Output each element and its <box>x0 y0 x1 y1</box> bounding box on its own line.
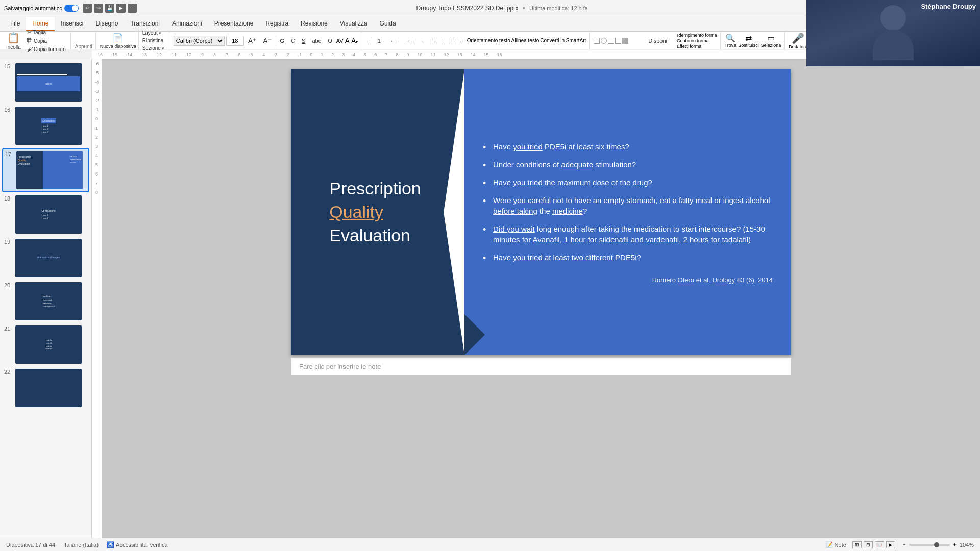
align-right-btn[interactable]: ≡ <box>448 37 456 45</box>
more-icon[interactable]: ⋯ <box>128 4 137 13</box>
orientation-btn[interactable]: Orientamento testo <box>467 38 510 43</box>
slide-thumb-20[interactable]: 20 Handling... • treatment• definition• … <box>2 280 89 322</box>
group-carattere: Calibri (Corpo) A⁺ A⁻ G C S abc O AV A A… <box>170 32 361 49</box>
bold-btn[interactable]: G <box>278 37 287 45</box>
shape-1[interactable] <box>594 38 600 44</box>
effetti-forma-btn[interactable]: Effetti forma <box>677 44 717 49</box>
riempimento-forma-btn[interactable]: Riempimento forma <box>677 33 717 38</box>
justify-btn[interactable]: ≡ <box>457 37 465 45</box>
shape-4[interactable] <box>615 38 621 44</box>
nuova-diapositiva-btn[interactable]: 📄 Nuova diapositiva <box>100 33 136 49</box>
font-increase-btn[interactable]: A⁺ <box>246 36 259 46</box>
tab-review[interactable]: Revisione <box>295 17 334 31</box>
align-center-btn[interactable]: ≡ <box>438 37 447 45</box>
trova-btn[interactable]: Trova <box>725 43 737 48</box>
seleziona-btn[interactable]: Seleziona <box>761 43 781 48</box>
increase-indent-btn[interactable]: →≡ <box>403 37 416 45</box>
shape-2[interactable] <box>601 38 607 44</box>
font-decrease-btn[interactable]: A⁻ <box>260 36 274 46</box>
slideshow-view-btn[interactable]: ▶ <box>886 541 895 548</box>
shape-5[interactable] <box>622 38 628 44</box>
disponi-btn[interactable]: Disponi <box>646 37 670 45</box>
bullet-1: Have you tried PDE5i at least six times? <box>483 141 773 152</box>
tab-record[interactable]: Registra <box>259 17 295 31</box>
citation: Romero Otero et al. Urology 83 (6), 2014 <box>483 276 773 284</box>
tab-transitions[interactable]: Transizioni <box>124 17 166 31</box>
normal-view-btn[interactable]: ⊞ <box>852 541 862 548</box>
numbering-btn[interactable]: 1≡ <box>375 37 387 45</box>
smartart-btn[interactable]: Converti in SmartArt <box>540 38 586 43</box>
copia-formato-btn[interactable]: 🖌Copia formato <box>26 45 67 53</box>
slide-preview-19: Alternative dosages <box>15 239 82 277</box>
reading-view-btn[interactable]: 📖 <box>875 541 884 548</box>
decrease-indent-btn[interactable]: ←≡ <box>387 37 401 45</box>
group-paragrafo: ≡ 1≡ ←≡ →≡ ⫼ ≡ ≡ ≡ ≡ Orientamento testo … <box>362 32 590 49</box>
dettatura-btn[interactable]: Dettatura <box>789 44 807 49</box>
incolla-btn[interactable]: 📋 Incolla <box>6 32 21 50</box>
tab-animations[interactable]: Animazioni <box>166 17 208 31</box>
zoom-thumb <box>934 542 939 547</box>
group-modifica: 🔍 Trova ⇄ Sostituisci ▭ Seleziona <box>722 32 785 49</box>
align-left-btn[interactable]: ≡ <box>429 37 437 45</box>
redo-icon[interactable]: ↪ <box>94 4 103 13</box>
bullet-6: Have you tried at least two different PD… <box>483 252 773 263</box>
dettatura-icon: 🎤 <box>792 32 804 44</box>
font-family-select[interactable]: Calibri (Corpo) <box>174 36 225 46</box>
char-spacing-btn[interactable]: AV <box>336 38 344 44</box>
highlight-btn[interactable]: A▾ <box>351 37 358 45</box>
save-icon[interactable]: 💾 <box>105 4 114 13</box>
notes-area[interactable]: Fare clic per inserire le note <box>291 357 791 375</box>
sorter-view-btn[interactable]: ⊟ <box>864 541 873 548</box>
strikethrough-btn[interactable]: abc <box>309 37 324 45</box>
text-shadow-btn[interactable]: O <box>325 37 335 45</box>
underline-btn[interactable]: S <box>299 37 308 45</box>
bullet-2: Under conditions of adequate stimulation… <box>483 159 773 170</box>
slide-canvas[interactable]: Prescription Quality Evaluation Have you… <box>291 69 791 355</box>
slide-thumb-19[interactable]: 19 Alternative dosages <box>2 237 89 279</box>
slide-preview-15: tables <box>15 63 82 102</box>
tab-design[interactable]: Disegno <box>89 17 124 31</box>
shape-3[interactable] <box>608 38 614 44</box>
accessibility-status[interactable]: ♿ Accessibilità: verifica <box>107 541 167 548</box>
tab-presentation[interactable]: Presentazione <box>208 17 260 31</box>
autosave-label: Salvataggio automatico <box>4 5 62 11</box>
ripristina-btn[interactable]: Ripristina <box>141 37 166 44</box>
sostituisci-btn[interactable]: Sostituisci <box>738 43 759 48</box>
slide-thumb-16[interactable]: 16 Evaluation • item 1• item 2• item 3 <box>2 105 89 147</box>
slide-thumb-17[interactable]: 17 PrescriptionQualityEvaluation • PDE5i… <box>2 148 89 192</box>
align-text-btn[interactable]: Allinea testo <box>511 38 539 43</box>
zoom-out-btn[interactable]: － <box>901 541 907 548</box>
document-title: Droupy Topo ESSM2022 SD Def.pptx <box>416 5 519 12</box>
slide-thumb-18[interactable]: 18 Conclusione • note 1• note 2 <box>2 193 89 236</box>
bullets-btn[interactable]: ≡ <box>365 37 374 45</box>
tab-help[interactable]: Guida <box>374 17 402 31</box>
italic-btn[interactable]: C <box>288 37 298 45</box>
document-meta: Ultima modifica: 12 h fa <box>529 5 588 11</box>
stili-btn[interactable] <box>671 40 676 42</box>
slide-right-panel: Have you tried PDE5i at least six times?… <box>464 69 791 355</box>
zoom-slider[interactable] <box>909 544 950 546</box>
font-color-btn[interactable]: A <box>345 37 350 45</box>
zoom-in-btn[interactable]: ＋ <box>952 541 958 548</box>
contorno-forma-btn[interactable]: Contorno forma <box>677 38 717 43</box>
notes-toggle[interactable]: 📝 Note <box>826 541 846 548</box>
copia-btn[interactable]: ⿻Copia <box>26 37 67 44</box>
slide-thumb-15[interactable]: 15 tables <box>2 61 89 104</box>
bottom-arrow-shape <box>464 314 485 355</box>
present-icon[interactable]: ▶ <box>116 4 126 13</box>
slide-preview-18: Conclusione • note 1• note 2 <box>15 195 82 234</box>
columns-btn[interactable]: ⫼ <box>418 37 428 45</box>
ruler-vertical: -6-5-4-3-2-1012345678 <box>92 59 102 538</box>
slide-thumb-22[interactable]: 22 <box>2 367 89 409</box>
group-diapositive: 📄 Nuova diapositiva Layout▾ Ripristina S… <box>97 32 169 49</box>
autosave-toggle[interactable] <box>64 5 79 12</box>
tab-view[interactable]: Visualizza <box>334 17 374 31</box>
undo-icon[interactable]: ↩ <box>83 4 92 13</box>
layout-btn[interactable]: Layout▾ <box>141 30 166 36</box>
taglia-btn[interactable]: ✂Taglia <box>26 29 67 36</box>
appunti-label: Appunti <box>72 32 96 49</box>
bullet-4: Were you careful not to have an empty st… <box>483 195 773 216</box>
font-size-input[interactable] <box>226 36 244 46</box>
slide-thumb-21[interactable]: 21 • point a• point b• point c• point d <box>2 323 89 366</box>
ruler-marks: -16-15-14-13-12-11-10-9-8-7-6-5-4-3-2-10… <box>92 52 506 57</box>
